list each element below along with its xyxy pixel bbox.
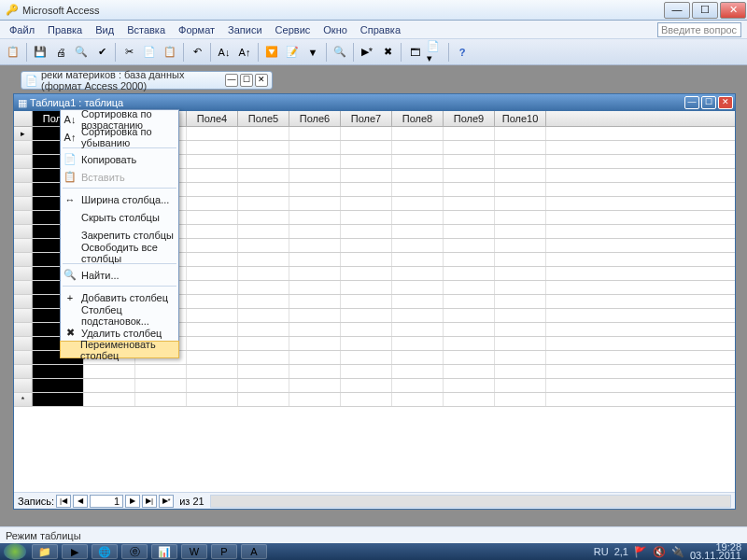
column-header[interactable]: Поле8 — [392, 111, 444, 126]
cell[interactable] — [341, 169, 392, 182]
cell[interactable] — [495, 365, 546, 378]
maximize-button[interactable]: ☐ — [692, 2, 718, 19]
column-header[interactable]: Поле7 — [341, 111, 392, 126]
cell[interactable] — [187, 393, 238, 406]
row-selector[interactable] — [14, 253, 33, 266]
row-selector[interactable] — [14, 323, 33, 336]
cell[interactable] — [392, 197, 444, 210]
cell[interactable] — [444, 337, 495, 350]
cell[interactable] — [238, 253, 289, 266]
cell[interactable] — [444, 351, 495, 364]
nav-last-button[interactable]: ▶| — [142, 495, 157, 508]
cell[interactable] — [392, 393, 444, 406]
cell[interactable] — [289, 393, 341, 406]
select-all-corner[interactable] — [14, 111, 33, 126]
task-chrome[interactable]: 🌐 — [92, 544, 118, 559]
cell[interactable] — [33, 365, 84, 378]
cell[interactable] — [238, 295, 289, 308]
row-selector[interactable] — [14, 267, 33, 280]
nav-new-button[interactable]: ▶* — [159, 495, 174, 508]
row-selector[interactable] — [14, 141, 33, 154]
close-button[interactable]: ✕ — [720, 2, 746, 19]
cell[interactable] — [495, 309, 546, 322]
cell[interactable] — [289, 141, 341, 154]
cell[interactable] — [187, 211, 238, 224]
cell[interactable] — [444, 155, 495, 168]
spell-button[interactable]: ✔ — [92, 43, 111, 62]
cell[interactable] — [495, 379, 546, 392]
context-item[interactable]: ↔Ширина столбца... — [61, 190, 178, 208]
column-header[interactable]: Поле5 — [238, 111, 289, 126]
menu-file[interactable]: Файл — [4, 22, 40, 37]
cell[interactable] — [341, 295, 392, 308]
cell[interactable] — [33, 393, 84, 406]
row-selector[interactable] — [14, 309, 33, 322]
cell[interactable] — [495, 337, 546, 350]
row-selector[interactable] — [14, 169, 33, 182]
delete-record-button[interactable]: ✖ — [378, 43, 397, 62]
nav-record-input[interactable]: 1 — [90, 495, 123, 508]
row-selector[interactable] — [14, 337, 33, 350]
cell[interactable] — [392, 351, 444, 364]
cell[interactable] — [341, 155, 392, 168]
column-header[interactable]: Поле9 — [444, 111, 495, 126]
cell[interactable] — [392, 281, 444, 294]
tw-minimize-button[interactable]: — — [684, 96, 699, 109]
cell[interactable] — [187, 141, 238, 154]
cell[interactable] — [289, 281, 341, 294]
cell[interactable] — [392, 127, 444, 140]
cell[interactable] — [392, 337, 444, 350]
filter-toggle-button[interactable]: ▼ — [303, 43, 322, 62]
cell[interactable] — [444, 253, 495, 266]
task-ie[interactable]: ⓔ — [121, 544, 148, 559]
cell[interactable] — [392, 211, 444, 224]
context-item[interactable]: Скрыть столбцы — [61, 208, 178, 226]
cell[interactable] — [341, 365, 392, 378]
cell[interactable] — [187, 225, 238, 238]
cell[interactable] — [444, 169, 495, 182]
cell[interactable] — [341, 309, 392, 322]
cell[interactable] — [444, 309, 495, 322]
cell[interactable] — [135, 393, 187, 406]
cell[interactable] — [33, 379, 84, 392]
cell[interactable] — [187, 365, 238, 378]
cell[interactable] — [495, 155, 546, 168]
tray-clock[interactable]: 19:28 03.11.2011 — [690, 543, 741, 560]
cell[interactable] — [187, 379, 238, 392]
row-selector[interactable] — [14, 225, 33, 238]
cell[interactable] — [341, 323, 392, 336]
column-header[interactable]: Поле10 — [495, 111, 546, 126]
cell[interactable] — [238, 267, 289, 280]
row-selector[interactable] — [14, 155, 33, 168]
row-selector[interactable] — [14, 197, 33, 210]
cell[interactable] — [238, 183, 289, 196]
nav-next-button[interactable]: ▶ — [125, 495, 140, 508]
table-row[interactable]: * — [14, 393, 735, 407]
menu-help[interactable]: Справка — [355, 22, 406, 37]
cell[interactable] — [187, 155, 238, 168]
cell[interactable] — [238, 225, 289, 238]
cut-button[interactable]: ✂ — [120, 43, 138, 62]
db-window-button[interactable]: 🗔 — [405, 43, 424, 62]
cell[interactable] — [341, 281, 392, 294]
system-tray[interactable]: RU 2,1 🚩 🔇 🔌 19:28 03.11.2011 — [594, 543, 747, 560]
row-selector[interactable] — [14, 365, 33, 378]
context-item[interactable]: Столбец подстановок... — [61, 306, 178, 324]
find-button[interactable]: 🔍 — [331, 43, 349, 62]
cell[interactable] — [84, 379, 135, 392]
column-header[interactable]: Поле6 — [289, 111, 341, 126]
table-row[interactable] — [14, 379, 735, 393]
cell[interactable] — [495, 183, 546, 196]
cell[interactable] — [495, 239, 546, 252]
nav-prev-button[interactable]: ◀ — [73, 495, 88, 508]
cell[interactable] — [187, 127, 238, 140]
cell[interactable] — [392, 295, 444, 308]
cell[interactable] — [135, 365, 187, 378]
table-row[interactable] — [14, 365, 735, 379]
cell[interactable] — [495, 323, 546, 336]
cell[interactable] — [444, 365, 495, 378]
cell[interactable] — [444, 211, 495, 224]
cell[interactable] — [444, 281, 495, 294]
context-item[interactable]: A↑Сортировка по убыванию — [61, 128, 178, 146]
row-selector[interactable] — [14, 351, 33, 364]
